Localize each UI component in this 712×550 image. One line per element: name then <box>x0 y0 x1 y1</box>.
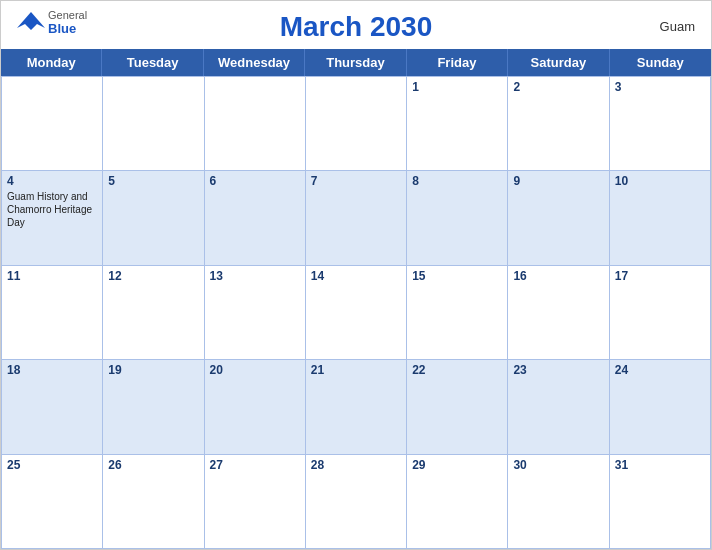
table-row <box>2 76 103 170</box>
table-row <box>103 76 204 170</box>
table-row: 5 <box>103 170 204 264</box>
table-row <box>205 76 306 170</box>
day-header-wednesday: Wednesday <box>204 49 305 76</box>
table-row: 31 <box>610 454 711 548</box>
day-headers: Monday Tuesday Wednesday Thursday Friday… <box>1 49 711 76</box>
logo: General Blue <box>17 9 87 36</box>
table-row: 19 <box>103 359 204 453</box>
calendar-header: General Blue March 2030 Guam <box>1 1 711 49</box>
table-row <box>306 76 407 170</box>
table-row: 21 <box>306 359 407 453</box>
table-row: 24 <box>610 359 711 453</box>
day-header-monday: Monday <box>1 49 102 76</box>
table-row: 10 <box>610 170 711 264</box>
table-row: 1 <box>407 76 508 170</box>
day-header-tuesday: Tuesday <box>102 49 203 76</box>
table-row: 13 <box>205 265 306 359</box>
table-row: 16 <box>508 265 609 359</box>
calendar-grid: 1 2 3 4 Guam History and Chamorro Herita… <box>1 76 711 549</box>
table-row: 6 <box>205 170 306 264</box>
day-header-thursday: Thursday <box>305 49 406 76</box>
table-row: 14 <box>306 265 407 359</box>
month-title: March 2030 <box>280 11 433 43</box>
logo-general: General <box>48 9 87 21</box>
table-row: 3 <box>610 76 711 170</box>
table-row: 2 <box>508 76 609 170</box>
table-row: 7 <box>306 170 407 264</box>
table-row: 8 <box>407 170 508 264</box>
table-row: 29 <box>407 454 508 548</box>
table-row: 11 <box>2 265 103 359</box>
table-row: 28 <box>306 454 407 548</box>
table-row: 17 <box>610 265 711 359</box>
svg-marker-0 <box>17 12 45 30</box>
day-header-saturday: Saturday <box>508 49 609 76</box>
table-row: 15 <box>407 265 508 359</box>
table-row: 12 <box>103 265 204 359</box>
region-label: Guam <box>660 19 695 34</box>
day-header-friday: Friday <box>407 49 508 76</box>
table-row: 26 <box>103 454 204 548</box>
table-row: 23 <box>508 359 609 453</box>
table-row: 20 <box>205 359 306 453</box>
table-row: 27 <box>205 454 306 548</box>
logo-blue: Blue <box>48 21 87 36</box>
day-header-sunday: Sunday <box>610 49 711 76</box>
table-row: 9 <box>508 170 609 264</box>
table-row: 30 <box>508 454 609 548</box>
calendar: General Blue March 2030 Guam Monday Tues… <box>0 0 712 550</box>
table-row: 25 <box>2 454 103 548</box>
logo-bird-icon <box>17 10 45 36</box>
table-row: 18 <box>2 359 103 453</box>
table-row: 22 <box>407 359 508 453</box>
event-guam-history: Guam History and Chamorro Heritage Day <box>7 190 97 229</box>
table-row: 4 Guam History and Chamorro Heritage Day <box>2 170 103 264</box>
